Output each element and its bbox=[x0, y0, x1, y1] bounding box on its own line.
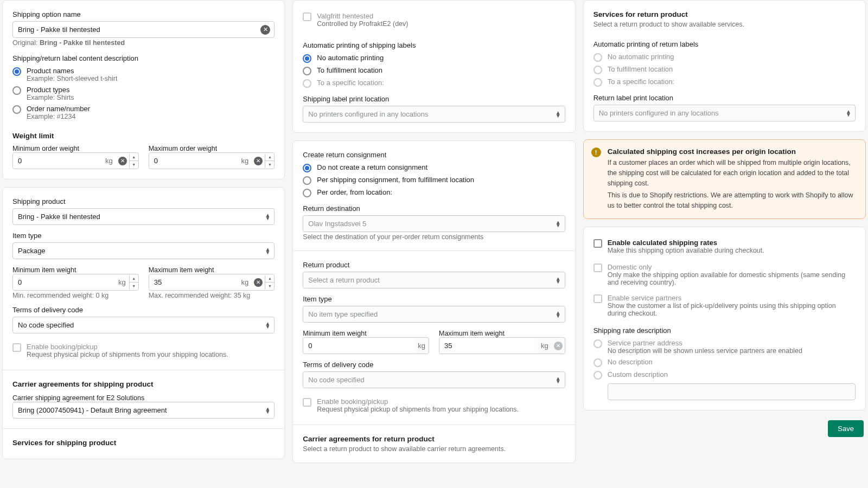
original-name: Original: Bring - Pakke til hentested bbox=[12, 39, 275, 47]
return-min-weight-input: kg bbox=[303, 337, 429, 354]
valgfritt-checkbox: Valgfritt hentested Controlled by Profra… bbox=[303, 10, 565, 29]
radio-no-return[interactable]: Do not create a return consignment bbox=[303, 162, 565, 174]
radio-icon bbox=[593, 78, 602, 87]
stepper-down-icon[interactable]: ▼ bbox=[130, 161, 138, 168]
return-product-select: Select a return product bbox=[303, 272, 565, 288]
return-services-heading: Services for return product bbox=[593, 10, 856, 18]
radio-icon[interactable] bbox=[303, 176, 311, 185]
banner-title: Calculated shipping cost increases per o… bbox=[608, 147, 857, 156]
radio-icon[interactable] bbox=[12, 67, 21, 76]
radio-per-order[interactable]: Per order, from location: bbox=[303, 187, 565, 199]
radio-product-types[interactable]: Product types Example: Shirts bbox=[12, 84, 275, 103]
save-button[interactable]: Save bbox=[828, 420, 864, 437]
return-services-card: Services for return product Select a ret… bbox=[583, 0, 866, 132]
radio-partner-address: Service partner address No description w… bbox=[593, 337, 856, 356]
radio-no-autoprint[interactable]: No automatic printing bbox=[303, 52, 565, 65]
return-dest-sub: Select the destination of your per-order… bbox=[303, 233, 565, 241]
clear-icon: ✕ bbox=[554, 342, 563, 350]
return-consignment-card: Create return consignment Do not create … bbox=[292, 140, 575, 463]
autoprint-label: Automatic printing of shipping labels bbox=[303, 41, 565, 49]
radio-to-fulfillment[interactable]: To fulfillment location bbox=[303, 65, 565, 77]
stepper-up-icon[interactable]: ▲ bbox=[130, 275, 138, 282]
radio-no-description: No description bbox=[593, 356, 856, 369]
return-services-sub: Select a return product to show availabl… bbox=[593, 21, 856, 28]
return-tod-label: Terms of delivery code bbox=[303, 361, 565, 369]
radio-icon bbox=[303, 79, 311, 88]
clear-icon[interactable]: ✕ bbox=[254, 157, 263, 165]
radio-icon bbox=[593, 358, 602, 367]
radio-icon bbox=[593, 371, 602, 380]
shipping-name-input[interactable] bbox=[12, 21, 275, 38]
min-order-weight-label: Minimum order weight bbox=[12, 145, 79, 152]
warning-banner: ! Calculated shipping cost increases per… bbox=[583, 139, 866, 219]
return-radio-no-autoprint: No automatic printing bbox=[593, 51, 856, 63]
warning-icon: ! bbox=[591, 147, 601, 157]
shipping-product-card: Shipping product Bring - Pakke til hente… bbox=[2, 187, 285, 459]
domestic-checkbox: Domestic only Only make the shipping opt… bbox=[593, 261, 856, 288]
stepper-down-icon[interactable]: ▼ bbox=[265, 161, 274, 168]
return-agreements-sub: Select a return product to show availabl… bbox=[303, 445, 565, 453]
stepper-up-icon[interactable]: ▲ bbox=[265, 154, 274, 161]
max-item-weight-label: Maximum item weight bbox=[149, 266, 214, 274]
return-max-weight-label: Maximum item weight bbox=[439, 330, 505, 337]
radio-per-shipping[interactable]: Per shipping consignment, from fulfillme… bbox=[303, 174, 565, 187]
return-agreements-heading: Carrier agreements for return product bbox=[303, 435, 565, 443]
return-dest-label: Return destination bbox=[303, 204, 565, 213]
enable-booking-checkbox[interactable]: Enable booking/pickup Request physical p… bbox=[12, 341, 275, 360]
enable-rates-checkbox[interactable]: Enable calculated shipping rates Make th… bbox=[593, 237, 856, 256]
stepper-down-icon[interactable]: ▼ bbox=[265, 282, 274, 290]
radio-icon[interactable] bbox=[12, 86, 21, 95]
radio-icon bbox=[593, 66, 602, 74]
return-item-type-label: Item type bbox=[303, 295, 565, 303]
return-radio-to-specific: To a specific location: bbox=[593, 76, 856, 88]
stepper-up-icon[interactable]: ▲ bbox=[130, 154, 138, 161]
shipping-label-card: Valgfritt hentested Controlled by Profra… bbox=[292, 0, 575, 133]
item-type-select[interactable]: Package bbox=[12, 242, 275, 259]
max-item-weight-input[interactable]: kg ✕ ▲▼ bbox=[149, 274, 275, 291]
return-max-weight-input: kg ✕ bbox=[439, 337, 565, 354]
shipping-product-select[interactable]: Bring - Pakke til hentested bbox=[12, 208, 275, 225]
return-item-type-select: No item type specified bbox=[303, 306, 565, 323]
stepper-up-icon[interactable]: ▲ bbox=[265, 275, 274, 282]
tod-select[interactable]: No code specified bbox=[12, 317, 275, 333]
shipping-name-label: Shipping option name bbox=[12, 10, 275, 18]
rate-desc-label: Shipping rate description bbox=[593, 326, 856, 335]
radio-icon[interactable] bbox=[303, 67, 311, 75]
radio-icon[interactable] bbox=[303, 164, 311, 172]
min-rec-text: Min. recommended weight: 0 kg bbox=[12, 292, 139, 299]
banner-text-1: If a customer places an order which will… bbox=[608, 158, 857, 188]
custom-description-input bbox=[608, 383, 856, 400]
return-radio-to-fulfillment: To fulfillment location bbox=[593, 63, 856, 76]
print-location-label: Shipping label print location bbox=[303, 95, 565, 103]
min-item-weight-input[interactable]: kg ▲▼ bbox=[12, 274, 139, 291]
agreement-select[interactable]: Bring (20007450941) - Default Bring agre… bbox=[12, 402, 275, 419]
item-type-label: Item type bbox=[12, 232, 275, 240]
return-dest-select: Olav Ingstadsvei 5 bbox=[303, 215, 565, 232]
weight-limit-heading: Weight limit bbox=[12, 132, 275, 140]
radio-icon[interactable] bbox=[303, 189, 311, 197]
max-order-weight-label: Maximum order weight bbox=[149, 145, 217, 152]
clear-icon[interactable]: ✕ bbox=[254, 278, 263, 287]
return-tod-select: No code specified bbox=[303, 371, 565, 388]
max-order-weight-input[interactable]: kg ✕ ▲▼ bbox=[149, 152, 275, 169]
return-print-location-select: No printers configured in any locations bbox=[593, 105, 856, 121]
checkbox-icon[interactable] bbox=[12, 343, 21, 352]
checkbox-icon bbox=[593, 264, 602, 272]
radio-product-names[interactable]: Product names Example: Short-sleeved t-s… bbox=[12, 65, 275, 84]
radio-custom-description: Custom description bbox=[593, 369, 856, 381]
radio-icon[interactable] bbox=[12, 105, 21, 114]
agreement-label: Carrier shipping agreement for E2 Soluti… bbox=[12, 394, 144, 402]
clear-name-icon[interactable]: ✕ bbox=[260, 25, 270, 35]
min-order-weight-input[interactable]: kg ✕ ▲▼ bbox=[12, 152, 139, 169]
banner-text-2: This is due to Shopify restrictions. We … bbox=[608, 190, 857, 211]
return-min-weight-label: Minimum item weight bbox=[303, 330, 366, 337]
radio-icon bbox=[593, 53, 602, 62]
radio-order-name[interactable]: Order name/number Example: #1234 bbox=[12, 103, 275, 122]
stepper-down-icon[interactable]: ▼ bbox=[130, 282, 138, 290]
checkbox-icon[interactable] bbox=[593, 239, 602, 248]
checkbox-icon bbox=[303, 398, 311, 407]
radio-icon bbox=[593, 339, 602, 348]
clear-icon[interactable]: ✕ bbox=[118, 157, 127, 165]
calculated-rates-card: Enable calculated shipping rates Make th… bbox=[583, 227, 866, 410]
radio-icon[interactable] bbox=[303, 54, 311, 63]
